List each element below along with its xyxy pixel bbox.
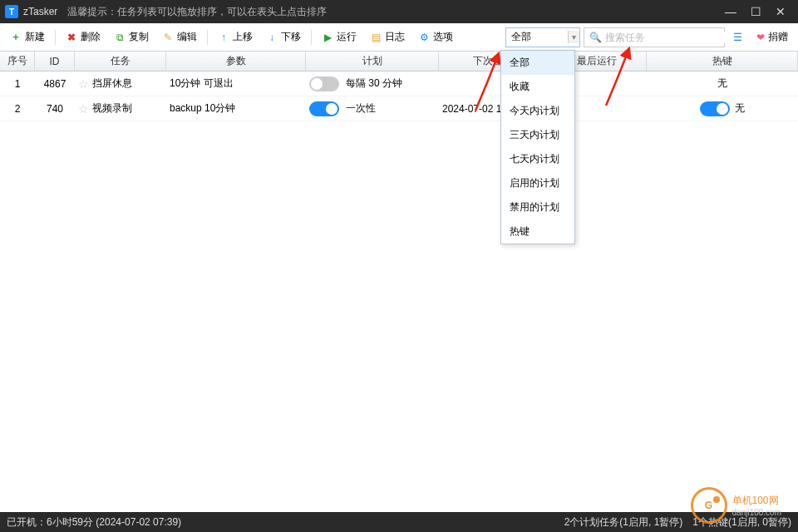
enable-toggle[interactable] bbox=[309, 101, 339, 116]
close-button[interactable]: ✕ bbox=[768, 5, 793, 18]
star-icon[interactable]: ☆ bbox=[78, 77, 89, 91]
task-table-body: 14867☆挡屏休息10分钟 可退出每隔 30 分钟无2740☆视频录制back… bbox=[0, 71, 798, 121]
filter-option[interactable]: 三天内计划 bbox=[501, 123, 574, 147]
cell-param: backup 10分钟 bbox=[166, 96, 306, 121]
options-button[interactable]: ⚙选项 bbox=[411, 27, 460, 47]
options-label: 选项 bbox=[433, 30, 453, 44]
filter-option[interactable]: 启用的计划 bbox=[501, 171, 574, 195]
status-uptime: 已开机：6小时59分 (2024-07-02 07:39) bbox=[7, 515, 181, 530]
hotkey-toggle[interactable] bbox=[700, 101, 730, 116]
statusbar: 已开机：6小时59分 (2024-07-02 07:39) 2个计划任务(1启用… bbox=[0, 512, 798, 532]
down-label: 下移 bbox=[281, 30, 301, 44]
filter-option[interactable]: 今天内计划 bbox=[501, 99, 574, 123]
enable-toggle[interactable] bbox=[309, 76, 339, 91]
delete-button[interactable]: ✖删除 bbox=[59, 27, 107, 47]
log-button[interactable]: ▤日志 bbox=[363, 27, 411, 47]
header-task[interactable]: 任务 bbox=[75, 52, 166, 71]
watermark-logo: G bbox=[691, 487, 727, 524]
cell-id: 4867 bbox=[35, 71, 75, 96]
edit-button[interactable]: ✎编辑 bbox=[155, 27, 204, 47]
filter-dropdown[interactable]: 全部收藏今天内计划三天内计划七天内计划启用的计划禁用的计划热键 bbox=[500, 50, 575, 244]
cell-hotkey: 无 bbox=[647, 71, 798, 96]
toolbar: ＋新建 ✖删除 ⧉复制 ✎编辑 ↑上移 ↓下移 ▶运行 ▤日志 ⚙选项 全部 ▾… bbox=[0, 23, 798, 52]
list-view-button[interactable]: ☰ bbox=[728, 28, 746, 47]
table-row[interactable]: 2740☆视频录制backup 10分钟一次性2024-07-02 18:30无 bbox=[0, 96, 798, 121]
filter-option[interactable]: 热键 bbox=[501, 219, 574, 244]
cell-plan: 每隔 30 分钟 bbox=[306, 71, 439, 96]
copy-icon: ⧉ bbox=[114, 32, 126, 43]
move-up-button[interactable]: ↑上移 bbox=[211, 27, 259, 47]
log-icon: ▤ bbox=[370, 32, 382, 43]
search-input[interactable] bbox=[605, 32, 730, 43]
watermark-url: danji100.com bbox=[732, 508, 781, 517]
copy-button[interactable]: ⧉复制 bbox=[107, 27, 155, 47]
arrow-down-icon: ↓ bbox=[266, 32, 278, 43]
filter-option[interactable]: 收藏 bbox=[501, 75, 574, 99]
titlebar: T zTasker 温馨提示：任务列表可以拖放排序，可以在表头上点击排序 — ☐… bbox=[0, 0, 798, 23]
cell-plan: 一次性 bbox=[306, 96, 439, 121]
header-seq[interactable]: 序号 bbox=[0, 52, 35, 71]
arrow-up-icon: ↑ bbox=[218, 32, 229, 43]
cell-task: ☆挡屏休息 bbox=[75, 71, 166, 96]
filter-option[interactable]: 七天内计划 bbox=[501, 147, 574, 171]
cell-param: 10分钟 可退出 bbox=[166, 71, 306, 96]
cell-task: ☆视频录制 bbox=[75, 96, 166, 121]
donate-button[interactable]: ❤ 捐赠 bbox=[750, 30, 795, 44]
donate-label: 捐赠 bbox=[768, 30, 788, 44]
watermark-name: 单机100网 bbox=[732, 494, 781, 508]
filter-option[interactable]: 禁用的计划 bbox=[501, 195, 574, 219]
watermark: G 单机100网 danji100.com bbox=[691, 487, 781, 524]
chevron-down-icon: ▾ bbox=[568, 31, 579, 43]
search-icon: 🔍 bbox=[589, 32, 602, 43]
plus-icon: ＋ bbox=[10, 32, 22, 43]
cell-id: 740 bbox=[35, 96, 75, 121]
cell-seq: 2 bbox=[0, 96, 35, 121]
run-button[interactable]: ▶运行 bbox=[315, 27, 363, 47]
search-input-wrap[interactable]: 🔍 bbox=[584, 27, 725, 47]
status-tasks: 2个计划任务(1启用, 1暂停) bbox=[564, 515, 683, 530]
delete-label: 删除 bbox=[81, 30, 101, 44]
edit-label: 编辑 bbox=[177, 30, 197, 44]
play-icon: ▶ bbox=[322, 32, 333, 43]
header-id[interactable]: ID bbox=[35, 52, 75, 71]
app-icon: T bbox=[5, 5, 18, 18]
app-name: zTasker bbox=[23, 6, 57, 17]
header-hotkey[interactable]: 热键 bbox=[647, 52, 798, 71]
filter-value: 全部 bbox=[511, 30, 531, 44]
minimize-button[interactable]: — bbox=[718, 5, 743, 18]
heart-icon: ❤ bbox=[756, 32, 765, 43]
move-down-button[interactable]: ↓下移 bbox=[259, 27, 308, 47]
header-plan[interactable]: 计划 bbox=[306, 52, 439, 71]
copy-label: 复制 bbox=[129, 30, 149, 44]
filter-select[interactable]: 全部 ▾ bbox=[505, 27, 580, 47]
maximize-button[interactable]: ☐ bbox=[743, 5, 768, 18]
run-label: 运行 bbox=[337, 30, 357, 44]
table-row[interactable]: 14867☆挡屏休息10分钟 可退出每隔 30 分钟无 bbox=[0, 71, 798, 96]
new-label: 新建 bbox=[25, 30, 45, 44]
delete-icon: ✖ bbox=[66, 32, 77, 43]
gear-icon: ⚙ bbox=[418, 32, 430, 43]
filter-option[interactable]: 全部 bbox=[501, 51, 574, 75]
cell-hotkey: 无 bbox=[647, 96, 798, 121]
cell-seq: 1 bbox=[0, 71, 35, 96]
edit-icon: ✎ bbox=[162, 32, 174, 43]
header-param[interactable]: 参数 bbox=[166, 52, 306, 71]
up-label: 上移 bbox=[233, 30, 253, 44]
titlebar-tip: 温馨提示：任务列表可以拖放排序，可以在表头上点击排序 bbox=[67, 5, 718, 19]
log-label: 日志 bbox=[385, 30, 405, 44]
table-header[interactable]: 序号 ID 任务 参数 计划 下次运行 最后运行 热键 bbox=[0, 52, 798, 71]
new-button[interactable]: ＋新建 bbox=[3, 27, 52, 47]
star-icon[interactable]: ☆ bbox=[78, 102, 89, 116]
